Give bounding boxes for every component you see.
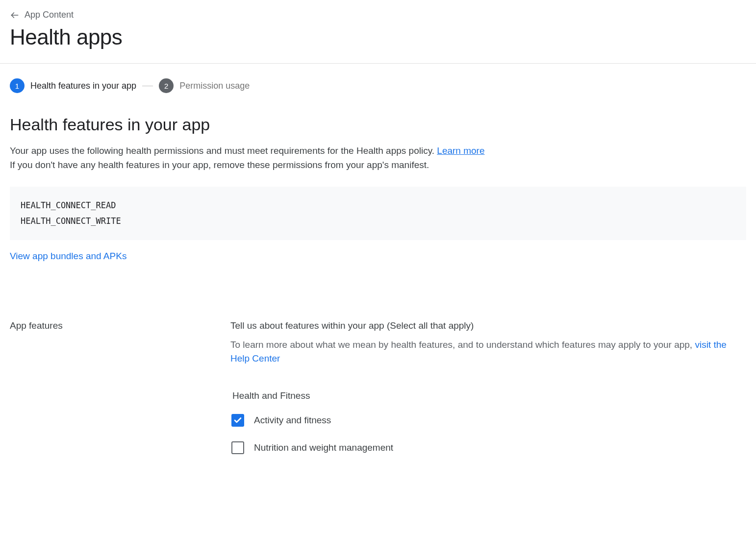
- checkbox-checked-icon: [231, 414, 244, 427]
- option-activity-fitness[interactable]: Activity and fitness: [230, 414, 746, 427]
- stepper: 1 Health features in your app 2 Permissi…: [10, 78, 746, 93]
- intro-line2: If you don't have any health features in…: [10, 160, 429, 170]
- step-2-circle: 2: [159, 78, 174, 93]
- divider: [0, 63, 756, 64]
- intro-line1: Your app uses the following health permi…: [10, 145, 437, 156]
- app-features-content: Tell us about features within your app (…: [230, 320, 746, 469]
- arrow-left-icon: [10, 10, 20, 20]
- step-2[interactable]: 2 Permission usage: [159, 78, 250, 93]
- features-group-header: Health and Fitness: [230, 390, 746, 401]
- intro-text: Your app uses the following health permi…: [10, 144, 746, 172]
- option-label: Nutrition and weight management: [254, 442, 393, 453]
- features-help-prefix: To learn more about what we mean by heal…: [230, 339, 695, 350]
- step-2-label: Permission usage: [179, 81, 250, 91]
- option-label: Activity and fitness: [254, 415, 331, 426]
- permission-item: HEALTH_CONNECT_READ: [21, 197, 735, 213]
- permission-item: HEALTH_CONNECT_WRITE: [21, 213, 735, 229]
- features-prompt: Tell us about features within your app (…: [230, 320, 746, 331]
- page-title: Health apps: [10, 25, 746, 49]
- learn-more-link[interactable]: Learn more: [437, 145, 484, 156]
- step-1[interactable]: 1 Health features in your app: [10, 78, 136, 93]
- step-1-label: Health features in your app: [30, 81, 136, 91]
- breadcrumb-label: App Content: [25, 10, 74, 20]
- app-features-label: App features: [10, 320, 221, 469]
- app-features-row: App features Tell us about features with…: [10, 320, 746, 469]
- permissions-box: HEALTH_CONNECT_READ HEALTH_CONNECT_WRITE: [10, 187, 746, 240]
- option-nutrition-weight[interactable]: Nutrition and weight management: [230, 441, 746, 454]
- section-title: Health features in your app: [10, 115, 746, 134]
- view-app-bundles-link[interactable]: View app bundles and APKs: [10, 251, 126, 262]
- step-separator: [142, 86, 153, 86]
- features-help: To learn more about what we mean by heal…: [230, 338, 746, 366]
- checkbox-unchecked-icon: [231, 441, 244, 454]
- breadcrumb[interactable]: App Content: [10, 10, 746, 20]
- step-1-circle: 1: [10, 78, 25, 93]
